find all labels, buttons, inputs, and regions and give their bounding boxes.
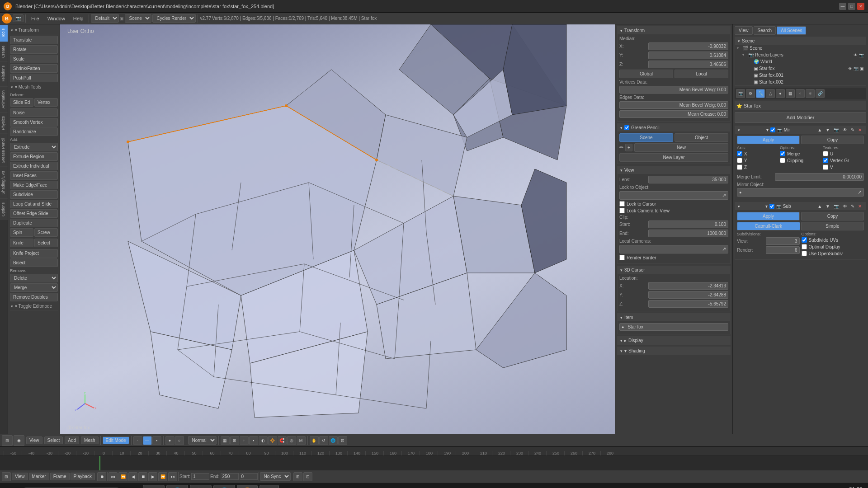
make-edge-face-btn[interactable]: Make Edge/Face bbox=[10, 181, 58, 189]
cursor-z-value[interactable]: -5.65792 bbox=[648, 300, 728, 308]
mirror-apply-btn[interactable]: Apply bbox=[737, 136, 800, 144]
search-tab[interactable]: Search bbox=[754, 26, 776, 35]
u-cb[interactable] bbox=[823, 151, 828, 156]
mirror-enable-cb[interactable] bbox=[770, 127, 775, 132]
rotate-btn[interactable]: Rotate bbox=[10, 45, 58, 54]
physics-tab[interactable]: Physics bbox=[0, 112, 8, 134]
current-frame-input[interactable] bbox=[240, 473, 258, 480]
view-section-header[interactable]: View bbox=[618, 166, 730, 174]
solid-shade-btn[interactable]: ● bbox=[165, 436, 175, 445]
smooth-vertex-btn[interactable]: Smooth Vertex bbox=[10, 118, 58, 127]
v-cb[interactable] bbox=[823, 164, 828, 170]
mirror-render-icon[interactable]: 📷 bbox=[832, 127, 840, 132]
start-frame-input[interactable] bbox=[191, 473, 209, 480]
local-cam-icon[interactable]: ↗ bbox=[720, 245, 728, 253]
delete-select[interactable]: Delete bbox=[10, 274, 58, 282]
mirror-object-input[interactable] bbox=[743, 189, 856, 196]
gp-scene-btn[interactable]: Scene bbox=[619, 133, 673, 142]
bisect-btn[interactable]: Bisect bbox=[10, 258, 58, 267]
render-value[interactable]: 6 bbox=[766, 246, 800, 254]
transform-section-title[interactable]: ▾ Transform bbox=[10, 26, 58, 34]
grease-pencil-header[interactable]: Grease Pencil bbox=[618, 124, 730, 131]
mirror-object-field[interactable]: ● ↗ bbox=[737, 188, 864, 197]
select-menu-btn[interactable]: Select bbox=[44, 436, 63, 444]
global-btn-vp[interactable]: 🌐 bbox=[329, 436, 338, 445]
maximize-button[interactable]: □ bbox=[848, 3, 855, 10]
remove-doubles-btn[interactable]: Remove Doubles bbox=[10, 293, 58, 301]
vertex-btn[interactable]: Vertex bbox=[34, 98, 58, 107]
all-scenes-tab[interactable]: All Scenes bbox=[777, 26, 806, 35]
mirror-copy-btn[interactable]: Copy bbox=[801, 136, 864, 144]
texture-btn[interactable]: 🔆 bbox=[268, 436, 277, 445]
wireframe-btn[interactable]: ▦ bbox=[221, 436, 230, 445]
subdivision-modifier-header[interactable]: ▾ 📷 Sub ▲ ▼ 📷 👁 ✎ ✕ bbox=[735, 202, 866, 210]
clip-end-value[interactable]: 1000.000 bbox=[648, 230, 728, 237]
pivot-btn[interactable]: ↺ bbox=[319, 436, 328, 445]
word-app[interactable]: W bbox=[259, 485, 279, 488]
sub-copy-btn[interactable]: Copy bbox=[801, 212, 864, 221]
gp-new-layer-btn[interactable]: New Layer bbox=[619, 153, 728, 162]
duplicate-btn[interactable]: Duplicate bbox=[10, 219, 58, 227]
wire-shade-btn[interactable]: ○ bbox=[175, 436, 184, 445]
scene-tree-header[interactable]: Scene bbox=[735, 37, 866, 45]
gp-object-btn[interactable]: Object bbox=[675, 133, 728, 142]
jump-end-btn[interactable]: ⏭ bbox=[168, 472, 177, 481]
inset-faces-btn[interactable]: Inset Faces bbox=[10, 171, 58, 180]
layers-btn[interactable]: ⊡ bbox=[338, 436, 347, 445]
end-frame-input[interactable] bbox=[221, 473, 239, 480]
y-coord-value[interactable]: 0.61084 bbox=[648, 52, 728, 59]
mesh-tools-section-title[interactable]: ▾ Mesh Tools bbox=[10, 83, 58, 91]
view-menu-btn[interactable]: View bbox=[26, 436, 42, 444]
modifier-props-icon[interactable]: 🔧 bbox=[756, 89, 765, 98]
jump-start-btn[interactable]: ⏮ bbox=[108, 472, 118, 481]
play-back-btn[interactable]: ◀ bbox=[128, 472, 137, 481]
mirror-down-icon[interactable]: ▼ bbox=[824, 127, 831, 132]
file-explorer-app[interactable]: 📁 bbox=[143, 485, 165, 488]
lens-value[interactable]: 35.000 bbox=[648, 176, 728, 183]
mirror-obj-arrow[interactable]: ↗ bbox=[856, 188, 863, 196]
cursor-section-header[interactable]: 3D Cursor bbox=[618, 266, 730, 274]
scene-root-item[interactable]: ▾ 🎬 Scene bbox=[735, 45, 866, 52]
options-tab[interactable]: Options bbox=[0, 198, 8, 220]
mean-crease[interactable]: Mean Crease: 0.00 bbox=[619, 110, 728, 118]
local-btn[interactable]: Local bbox=[675, 70, 728, 78]
marker-btn[interactable]: Marker bbox=[29, 473, 49, 480]
clock-area[interactable]: 01:00 20/12/2016 bbox=[838, 486, 863, 488]
star-fox-cam-icon[interactable]: 📷 bbox=[854, 66, 859, 71]
local-cameras-field[interactable]: ↗ bbox=[619, 245, 728, 253]
object-data-icon[interactable]: △ bbox=[766, 89, 775, 98]
cursor-y-value[interactable]: -2.64288 bbox=[648, 291, 728, 299]
all-edges-btn[interactable]: ⊞ bbox=[230, 436, 239, 445]
sub-eye-icon[interactable]: 👁 bbox=[841, 204, 849, 209]
step-forward-btn[interactable]: ⏩ bbox=[158, 472, 167, 481]
subdivide-btn[interactable]: Subdivide bbox=[10, 190, 58, 199]
sync-select[interactable]: No Sync bbox=[260, 472, 291, 481]
view-value[interactable]: 3 bbox=[766, 237, 800, 245]
render-settings-icon[interactable]: ⚙ bbox=[746, 89, 755, 98]
render-layers-render-icon[interactable]: 📷 bbox=[859, 53, 864, 57]
knife-btn[interactable]: Knife bbox=[10, 239, 33, 247]
menu-help[interactable]: Help bbox=[70, 15, 87, 22]
proportional-btn[interactable]: ◎ bbox=[287, 436, 296, 445]
menu-window[interactable]: Window bbox=[44, 15, 69, 22]
spin-btn[interactable]: Spin bbox=[10, 228, 33, 237]
scene-select[interactable]: Scene bbox=[125, 14, 151, 23]
grease-pencil-tab[interactable]: Grease Pencil bbox=[0, 134, 8, 167]
sub-render-icon[interactable]: 📷 bbox=[832, 204, 840, 209]
pushpull-btn[interactable]: PushPull bbox=[10, 74, 58, 82]
mean-bevel-v[interactable]: Mean Bevel Weig: 0.00 bbox=[619, 86, 728, 94]
anim-toggle-btn[interactable]: ⊡ bbox=[303, 472, 312, 481]
mirror-z-axis-cb[interactable] bbox=[737, 164, 742, 170]
particle-icon[interactable]: ⁘ bbox=[796, 89, 805, 98]
star-fox-render-icon[interactable]: ▣ bbox=[860, 66, 864, 71]
local-cameras-input[interactable] bbox=[620, 246, 720, 253]
clip-start-value[interactable]: 0.100 bbox=[648, 221, 728, 228]
x-coord-value[interactable]: -0.90032 bbox=[648, 42, 728, 50]
material-icon[interactable]: ● bbox=[776, 89, 785, 98]
subdiv-uvs-cb[interactable] bbox=[802, 237, 807, 243]
menu-file[interactable]: File bbox=[28, 15, 43, 22]
normals-btn[interactable]: ↑ bbox=[240, 436, 249, 445]
render-layers-item[interactable]: ▾ 📷 RenderLayers 👁 📷 bbox=[735, 52, 866, 58]
sub-up-icon[interactable]: ▲ bbox=[816, 204, 823, 209]
render-icon[interactable]: 📷 bbox=[14, 16, 22, 21]
